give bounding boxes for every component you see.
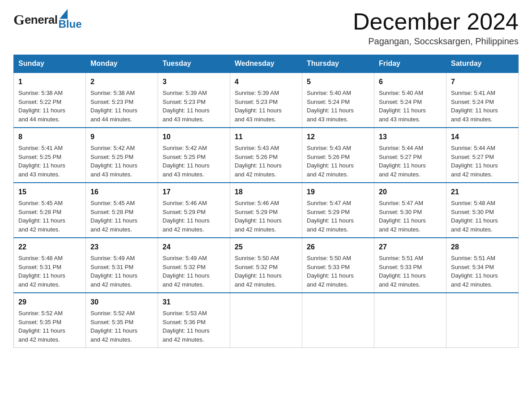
calendar-day-cell: 13 Sunrise: 5:44 AMSunset: 5:27 PMDaylig… [374,128,446,183]
day-number: 31 [163,297,225,308]
day-of-week-header: Sunday [14,55,86,73]
day-info: Sunrise: 5:51 AMSunset: 5:34 PMDaylight:… [451,255,498,288]
day-number: 13 [379,132,442,142]
day-info: Sunrise: 5:45 AMSunset: 5:28 PMDaylight:… [18,200,65,233]
day-number: 10 [163,132,225,142]
day-of-week-header: Friday [374,55,446,73]
calendar-day-cell: 27 Sunrise: 5:51 AMSunset: 5:33 PMDaylig… [374,238,446,293]
calendar-day-cell: 8 Sunrise: 5:41 AMSunset: 5:25 PMDayligh… [14,128,86,183]
day-number: 20 [379,187,442,197]
day-number: 16 [90,187,153,197]
day-number: 19 [307,187,369,197]
day-info: Sunrise: 5:42 AMSunset: 5:25 PMDaylight:… [90,145,137,178]
day-info: Sunrise: 5:48 AMSunset: 5:31 PMDaylight:… [18,255,65,288]
day-info: Sunrise: 5:49 AMSunset: 5:32 PMDaylight:… [163,255,210,288]
calendar-day-cell: 11 Sunrise: 5:43 AMSunset: 5:26 PMDaylig… [230,128,302,183]
day-number: 28 [451,242,514,253]
calendar-week-row: 8 Sunrise: 5:41 AMSunset: 5:25 PMDayligh… [14,128,519,183]
calendar-day-cell: 25 Sunrise: 5:50 AMSunset: 5:32 PMDaylig… [230,238,302,293]
calendar-day-cell: 31 Sunrise: 5:53 AMSunset: 5:36 PMDaylig… [158,293,230,348]
day-number: 29 [18,297,81,308]
calendar-body: 1 Sunrise: 5:38 AMSunset: 5:22 PMDayligh… [14,73,519,348]
day-number: 23 [90,242,153,253]
calendar-day-cell: 14 Sunrise: 5:44 AMSunset: 5:27 PMDaylig… [446,128,519,183]
calendar-week-row: 15 Sunrise: 5:45 AMSunset: 5:28 PMDaylig… [14,183,519,238]
day-info: Sunrise: 5:49 AMSunset: 5:31 PMDaylight:… [90,255,137,288]
day-number: 17 [163,187,225,197]
day-number: 12 [307,132,369,142]
day-info: Sunrise: 5:53 AMSunset: 5:36 PMDaylight:… [163,310,210,343]
calendar-day-cell: 5 Sunrise: 5:40 AMSunset: 5:24 PMDayligh… [302,73,374,128]
calendar-day-cell: 17 Sunrise: 5:46 AMSunset: 5:29 PMDaylig… [158,183,230,238]
day-number: 15 [18,187,81,197]
calendar-table: SundayMondayTuesdayWednesdayThursdayFrid… [13,55,519,348]
day-info: Sunrise: 5:46 AMSunset: 5:29 PMDaylight:… [163,200,210,233]
calendar-day-cell: 3 Sunrise: 5:39 AMSunset: 5:23 PMDayligh… [158,73,230,128]
day-number: 8 [18,132,81,142]
day-number: 18 [235,187,297,197]
calendar-day-cell: 12 Sunrise: 5:43 AMSunset: 5:26 PMDaylig… [302,128,374,183]
title-area: December 2024 Pagangan, Soccsksargen, Ph… [353,9,519,47]
day-info: Sunrise: 5:39 AMSunset: 5:23 PMDaylight:… [235,90,282,123]
calendar-day-cell: 30 Sunrise: 5:52 AMSunset: 5:35 PMDaylig… [86,293,158,348]
day-info: Sunrise: 5:39 AMSunset: 5:23 PMDaylight:… [163,90,210,123]
logo-area: G eneral Blue [13,9,82,30]
calendar-day-cell: 7 Sunrise: 5:41 AMSunset: 5:24 PMDayligh… [446,73,519,128]
calendar-day-cell: 15 Sunrise: 5:45 AMSunset: 5:28 PMDaylig… [14,183,86,238]
page-header: G eneral Blue December 2024 Pagangan, So… [13,9,519,47]
day-info: Sunrise: 5:47 AMSunset: 5:30 PMDaylight:… [379,200,426,233]
days-of-week-row: SundayMondayTuesdayWednesdayThursdayFrid… [14,55,519,73]
location-subtitle: Pagangan, Soccsksargen, Philippines [353,36,519,47]
day-info: Sunrise: 5:43 AMSunset: 5:26 PMDaylight:… [307,145,354,178]
calendar-day-cell: 9 Sunrise: 5:42 AMSunset: 5:25 PMDayligh… [86,128,158,183]
calendar-day-cell: 16 Sunrise: 5:45 AMSunset: 5:28 PMDaylig… [86,183,158,238]
calendar-day-cell [446,293,519,348]
day-info: Sunrise: 5:41 AMSunset: 5:24 PMDaylight:… [451,90,498,123]
logo-triangle-icon [60,9,68,19]
day-number: 11 [235,132,297,142]
calendar-header: SundayMondayTuesdayWednesdayThursdayFrid… [14,55,519,73]
calendar-day-cell: 19 Sunrise: 5:47 AMSunset: 5:29 PMDaylig… [302,183,374,238]
day-info: Sunrise: 5:44 AMSunset: 5:27 PMDaylight:… [451,145,498,178]
day-info: Sunrise: 5:43 AMSunset: 5:26 PMDaylight:… [235,145,282,178]
day-number: 25 [235,242,297,253]
day-number: 1 [18,77,81,87]
day-number: 3 [163,77,225,87]
calendar-week-row: 1 Sunrise: 5:38 AMSunset: 5:22 PMDayligh… [14,73,519,128]
day-info: Sunrise: 5:42 AMSunset: 5:25 PMDaylight:… [163,145,210,178]
day-of-week-header: Tuesday [158,55,230,73]
logo-blue-text: Blue [59,18,82,30]
day-number: 9 [90,132,153,142]
calendar-day-cell: 1 Sunrise: 5:38 AMSunset: 5:22 PMDayligh… [14,73,86,128]
day-number: 7 [451,77,514,87]
month-title: December 2024 [353,9,519,34]
day-of-week-header: Wednesday [230,55,302,73]
day-number: 24 [163,242,225,253]
day-number: 30 [90,297,153,308]
calendar-week-row: 22 Sunrise: 5:48 AMSunset: 5:31 PMDaylig… [14,238,519,293]
day-number: 21 [451,187,514,197]
calendar-day-cell: 10 Sunrise: 5:42 AMSunset: 5:25 PMDaylig… [158,128,230,183]
day-info: Sunrise: 5:47 AMSunset: 5:29 PMDaylight:… [307,200,354,233]
day-number: 5 [307,77,369,87]
day-info: Sunrise: 5:52 AMSunset: 5:35 PMDaylight:… [18,310,65,343]
calendar-day-cell: 23 Sunrise: 5:49 AMSunset: 5:31 PMDaylig… [86,238,158,293]
calendar-day-cell: 22 Sunrise: 5:48 AMSunset: 5:31 PMDaylig… [14,238,86,293]
day-info: Sunrise: 5:41 AMSunset: 5:25 PMDaylight:… [18,145,65,178]
day-info: Sunrise: 5:44 AMSunset: 5:27 PMDaylight:… [379,145,426,178]
day-number: 26 [307,242,369,253]
day-of-week-header: Thursday [302,55,374,73]
day-info: Sunrise: 5:50 AMSunset: 5:33 PMDaylight:… [307,255,354,288]
calendar-day-cell [302,293,374,348]
day-of-week-header: Saturday [446,55,519,73]
calendar-day-cell: 28 Sunrise: 5:51 AMSunset: 5:34 PMDaylig… [446,238,519,293]
logo-triangle-container [59,9,68,19]
day-info: Sunrise: 5:40 AMSunset: 5:24 PMDaylight:… [307,90,354,123]
calendar-day-cell [374,293,446,348]
calendar-day-cell [230,293,302,348]
day-info: Sunrise: 5:52 AMSunset: 5:35 PMDaylight:… [90,310,137,343]
calendar-day-cell: 6 Sunrise: 5:40 AMSunset: 5:24 PMDayligh… [374,73,446,128]
day-number: 14 [451,132,514,142]
day-info: Sunrise: 5:38 AMSunset: 5:22 PMDaylight:… [18,90,65,123]
day-info: Sunrise: 5:45 AMSunset: 5:28 PMDaylight:… [90,200,137,233]
